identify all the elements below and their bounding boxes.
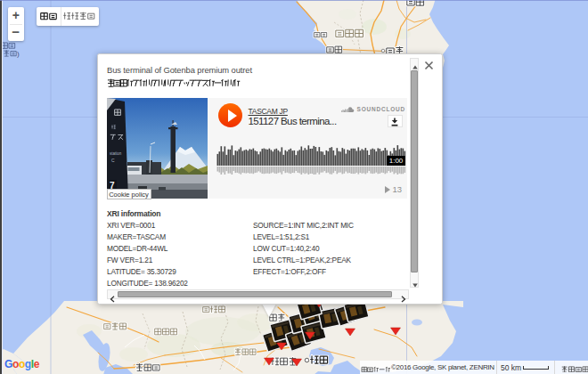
svg-text:station: station xyxy=(110,151,122,156)
svg-text:C: C xyxy=(111,158,115,163)
svg-text:): ) xyxy=(17,50,20,58)
